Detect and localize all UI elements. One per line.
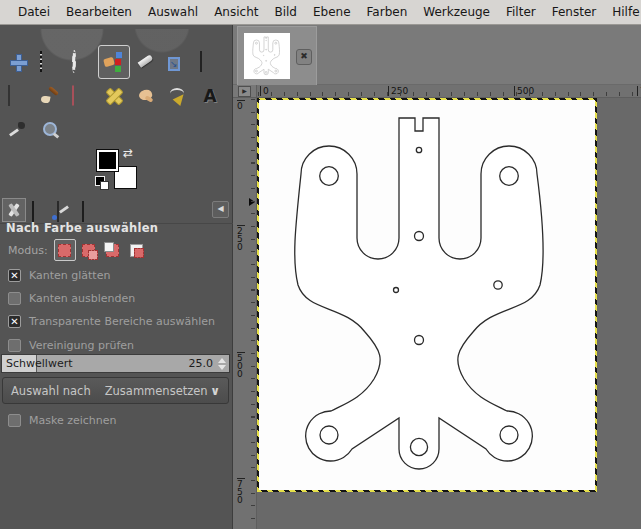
threshold-spinner[interactable]: [216, 357, 227, 370]
free-select-tool-button[interactable]: [66, 45, 98, 79]
h-ruler-label: 7: [637, 86, 641, 96]
menu-filter[interactable]: Filter: [498, 2, 544, 22]
move-tool-icon: [8, 52, 28, 72]
gradient-tool-icon: [8, 85, 10, 106]
color-picker-tool-icon: [8, 120, 28, 140]
select-by-value: Zusammensetzen: [105, 384, 208, 398]
canvas[interactable]: [259, 100, 595, 490]
paths-tool-button[interactable]: [162, 79, 194, 113]
chevron-down-icon: ∨: [210, 384, 220, 398]
menu-fenster[interactable]: Fenster: [544, 2, 605, 22]
heal-tool-button[interactable]: [98, 79, 130, 113]
paintbrush-tool-icon: [40, 86, 60, 106]
threshold-value: 25.0: [189, 357, 214, 370]
feather-label: Kanten ausblenden: [29, 292, 135, 305]
image-tab[interactable]: ✖: [237, 26, 317, 85]
mode-label: Modus:: [8, 244, 48, 257]
select-by-dropdown[interactable]: Auswahl nach Zusammensetzen ∨: [2, 377, 229, 404]
draw-mask-label: Maske zeichnen: [29, 414, 117, 427]
threshold-label: Schwellwert: [6, 357, 72, 370]
v-ruler-label: 0: [237, 100, 245, 110]
menu-bild[interactable]: Bild: [266, 2, 305, 22]
sample-merged-checkbox[interactable]: [8, 339, 21, 352]
dock-collapse-button[interactable]: ◀: [212, 201, 229, 218]
mode-intersect-button[interactable]: [126, 239, 148, 261]
h-ruler-label: 250: [388, 86, 408, 96]
tool-presets-tab-icon: [57, 201, 59, 222]
feather-checkbox-row[interactable]: Kanten ausblenden: [8, 290, 135, 306]
select-by-color-tool-button[interactable]: [98, 45, 130, 79]
brushes-tab[interactable]: [27, 198, 51, 222]
v-ruler-label: 500: [237, 352, 245, 378]
spinner-down-icon[interactable]: [218, 365, 226, 370]
toolbox-panel: ↘ ⇄ ◀ Nach Farbe auswählen M: [0, 25, 233, 529]
antialias-checkbox-row[interactable]: Kanten glätten: [8, 267, 110, 283]
vertical-ruler[interactable]: 0 250 500 750: [233, 98, 257, 529]
image-tab-bar: ✖: [233, 25, 641, 85]
antialias-checkbox[interactable]: [8, 269, 21, 282]
toolbox: ↘: [2, 45, 232, 147]
color-picker-tool-button[interactable]: [2, 113, 34, 147]
h-ruler-label: 0: [260, 86, 269, 96]
v-ruler-label: 750: [237, 478, 245, 504]
foreground-color-swatch[interactable]: [96, 149, 119, 172]
antialias-label: Kanten glätten: [29, 269, 110, 282]
zoom-tool-button[interactable]: [34, 113, 66, 147]
checkerboard-tool-button[interactable]: [194, 45, 226, 79]
tool-options-title: Nach Farbe auswählen: [6, 221, 158, 235]
text-tool-button[interactable]: [194, 79, 226, 113]
draw-mask-checkbox[interactable]: [8, 414, 21, 427]
tool-options-tab[interactable]: [2, 198, 26, 222]
paintbrush-tool-button[interactable]: [34, 79, 66, 113]
rectangle-select-tool-icon: [40, 51, 42, 72]
horizontal-ruler[interactable]: 0 250 500 7: [257, 85, 641, 98]
menu-farben[interactable]: Farben: [359, 2, 416, 22]
select-by-label: Auswahl nach: [11, 384, 91, 398]
align-tool-icon: ↘: [168, 57, 180, 71]
rectangle-select-tool-button[interactable]: [34, 45, 66, 79]
mode-subtract-button[interactable]: [102, 239, 124, 261]
part-drawing: [259, 100, 595, 490]
eraser-tool-icon: [72, 85, 74, 106]
mode-add-icon: [82, 244, 95, 257]
h-ruler-label: 500: [514, 86, 534, 96]
swap-colors-icon[interactable]: ⇄: [123, 146, 133, 160]
eraser-tool-button[interactable]: [66, 79, 98, 113]
select-transparent-checkbox[interactable]: [8, 315, 21, 328]
paths-tool-icon: [168, 86, 188, 106]
select-transparent-checkbox-row[interactable]: Transparente Bereiche auswählen: [8, 313, 215, 329]
zoom-tool-icon: [40, 120, 60, 140]
mode-replace-button[interactable]: [54, 239, 76, 261]
move-tool-button[interactable]: [2, 45, 34, 79]
menu-ebene[interactable]: Ebene: [305, 2, 359, 22]
menubar: Datei Bearbeiten Auswahl Ansicht Bild Eb…: [0, 0, 641, 25]
select-by-color-tool-icon: [104, 52, 124, 72]
feather-checkbox[interactable]: [8, 292, 21, 305]
menu-bearbeiten[interactable]: Bearbeiten: [58, 2, 140, 22]
threshold-slider[interactable]: Schwellwert 25.0: [1, 354, 230, 373]
sample-merged-checkbox-row[interactable]: Vereinigung prüfen: [8, 337, 134, 353]
smudge-tool-button[interactable]: [130, 79, 162, 113]
patterns-tab[interactable]: [77, 198, 101, 222]
menu-datei[interactable]: Datei: [10, 2, 58, 22]
canvas-viewport[interactable]: [257, 98, 641, 529]
menu-werkzeuge[interactable]: Werkzeuge: [415, 2, 498, 22]
menu-ansicht[interactable]: Ansicht: [206, 2, 266, 22]
spinner-up-icon[interactable]: [218, 358, 226, 363]
image-window: ✖ ▶ 0 250 500 7 0 250 500 750: [233, 25, 641, 529]
gradient-tool-button[interactable]: [2, 79, 34, 113]
mode-add-button[interactable]: [78, 239, 100, 261]
align-tool-button[interactable]: ↘: [162, 45, 194, 79]
dock-tab-strip: ◀: [0, 197, 233, 224]
crop-tool-button[interactable]: [130, 45, 162, 79]
reset-colors-icon[interactable]: [95, 176, 109, 189]
mode-row: Modus:: [8, 237, 150, 263]
checkerboard-tool-icon: [200, 51, 202, 72]
tool-presets-tab[interactable]: [52, 198, 76, 222]
close-icon[interactable]: ✖: [296, 49, 312, 65]
draw-mask-checkbox-row[interactable]: Maske zeichnen: [8, 412, 117, 428]
v-ruler-label: 250: [237, 225, 245, 251]
menu-hilfe[interactable]: Hilfe: [604, 2, 641, 22]
menu-auswahl[interactable]: Auswahl: [140, 2, 206, 22]
ruler-corner-button[interactable]: ▶: [233, 85, 257, 98]
